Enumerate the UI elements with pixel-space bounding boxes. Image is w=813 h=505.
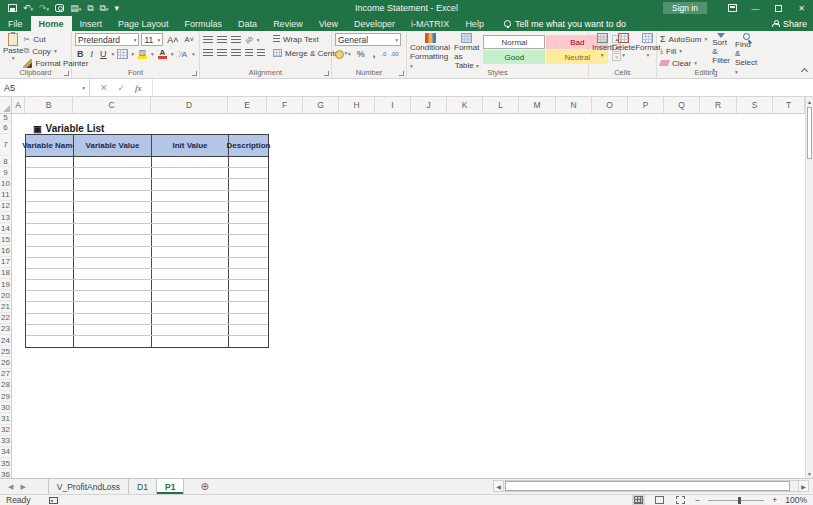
sheet-grid[interactable]: 5678910111213141516171819202122232425262… — [0, 114, 805, 478]
name-box[interactable]: A5▾ — [0, 79, 90, 96]
column-header-R[interactable]: R — [700, 97, 737, 113]
font-dialog-launcher-icon[interactable] — [192, 71, 197, 76]
ribbon-tab-review[interactable]: Review — [265, 16, 311, 31]
sheet-nav-right-icon[interactable]: ▶ — [20, 483, 25, 491]
row-header-36[interactable]: 36 — [0, 469, 11, 478]
ribbon-tab-formulas[interactable]: Formulas — [177, 16, 231, 31]
normal-view-icon[interactable] — [632, 495, 645, 505]
redo-icon[interactable]: ↷▾ — [39, 0, 49, 17]
insert-function-icon[interactable]: fx — [135, 83, 142, 93]
row-header-14[interactable]: 14 — [0, 223, 11, 234]
row-header-16[interactable]: 16 — [0, 246, 11, 257]
table-cell[interactable] — [152, 213, 229, 223]
table-cell[interactable] — [152, 269, 229, 279]
format-as-table-button[interactable]: Format as Table ▾ — [454, 33, 479, 71]
sheet-nav-left-icon[interactable]: ◀ — [8, 483, 13, 491]
column-header-Q[interactable]: Q — [664, 97, 700, 113]
table-cell[interactable] — [26, 191, 74, 201]
percent-style-icon[interactable]: % — [355, 49, 367, 59]
row-header-32[interactable]: 32 — [0, 425, 11, 436]
table-cell[interactable] — [229, 302, 268, 312]
ribbon-tab-help[interactable]: Help — [457, 16, 492, 31]
table-cell[interactable] — [152, 202, 229, 212]
row-header-33[interactable]: 33 — [0, 436, 11, 447]
italic-button[interactable]: I — [89, 49, 96, 59]
align-left-icon[interactable] — [203, 49, 213, 57]
table-cell[interactable] — [152, 336, 229, 347]
increase-decimal-icon[interactable]: .0 — [381, 51, 386, 57]
number-format-select[interactable]: General▾ — [335, 33, 401, 46]
table-cell[interactable] — [229, 235, 268, 245]
table-cell[interactable] — [229, 191, 268, 201]
table-cell[interactable] — [74, 291, 152, 301]
column-header-B[interactable]: B — [25, 97, 73, 113]
row-header-29[interactable]: 29 — [0, 391, 11, 402]
table-cell[interactable] — [26, 314, 74, 324]
column-header-I[interactable]: I — [375, 97, 411, 113]
row-header-27[interactable]: 27 — [0, 369, 11, 380]
table-cell[interactable] — [26, 157, 74, 167]
delete-cells-button[interactable]: Delete▾ — [612, 33, 635, 58]
column-header-D[interactable]: D — [151, 97, 228, 113]
tell-me-box[interactable]: Tell me what you want to do — [496, 16, 634, 31]
style-good[interactable]: Good — [483, 50, 545, 64]
table-cell[interactable] — [74, 213, 152, 223]
row-header-6[interactable]: 6 — [0, 122, 11, 134]
column-header-O[interactable]: O — [592, 97, 628, 113]
column-header-C[interactable]: C — [73, 97, 151, 113]
select-all-button[interactable] — [0, 97, 12, 113]
page-layout-view-icon[interactable] — [653, 495, 666, 505]
row-header-28[interactable]: 28 — [0, 380, 11, 391]
table-cell[interactable] — [152, 325, 229, 335]
ribbon-tab-home[interactable]: Home — [31, 16, 72, 31]
comma-style-icon[interactable]: , — [371, 49, 378, 59]
table-cell[interactable] — [26, 258, 74, 268]
decrease-decimal-icon[interactable]: .00 — [390, 51, 398, 57]
cancel-entry-icon[interactable]: ✕ — [100, 83, 108, 93]
table-cell[interactable] — [152, 179, 229, 189]
table-cell[interactable] — [74, 191, 152, 201]
sheet-tab-d1[interactable]: D1 — [129, 479, 157, 494]
top-align-icon[interactable] — [203, 36, 213, 44]
ribbon-tab-file[interactable]: File — [0, 16, 31, 31]
row-header-26[interactable]: 26 — [0, 357, 11, 368]
save-icon[interactable] — [8, 4, 17, 12]
orientation-icon[interactable]: ab — [244, 34, 254, 44]
row-header-15[interactable]: 15 — [0, 234, 11, 245]
table-cell[interactable] — [229, 157, 268, 167]
ribbon-tab-i-matrix[interactable]: i-MATRIX — [403, 16, 457, 31]
table-cell[interactable] — [229, 168, 268, 178]
column-header-M[interactable]: M — [519, 97, 556, 113]
table-cell[interactable] — [152, 314, 229, 324]
number-dialog-launcher-icon[interactable] — [399, 71, 404, 76]
table-cell[interactable] — [26, 336, 74, 347]
column-header-H[interactable]: H — [339, 97, 375, 113]
row-header-12[interactable]: 12 — [0, 201, 11, 212]
table-header-variable-value[interactable]: Variable Value — [74, 135, 152, 157]
row-header-11[interactable]: 11 — [0, 190, 11, 201]
maximize-icon[interactable] — [767, 0, 790, 16]
record-macro-icon[interactable] — [49, 497, 58, 504]
page-break-view-icon[interactable] — [674, 495, 687, 505]
font-name-select[interactable]: Pretendard▾ — [75, 33, 139, 46]
ribbon-tab-developer[interactable]: Developer — [346, 16, 403, 31]
table-cell[interactable] — [152, 280, 229, 290]
row-header-23[interactable]: 23 — [0, 324, 11, 335]
center-icon[interactable] — [217, 49, 227, 57]
table-cell[interactable] — [152, 191, 229, 201]
copy-picture-icon[interactable]: ⧉ — [87, 0, 93, 16]
table-cell[interactable] — [26, 168, 74, 178]
sheet-tab-v-profitandloss[interactable]: V_ProfitAndLoss — [49, 479, 129, 494]
table-cell[interactable] — [152, 302, 229, 312]
fill-button[interactable]: ⤓Fill▾ — [660, 45, 707, 57]
sign-in-button[interactable]: Sign in — [663, 2, 707, 14]
column-header-L[interactable]: L — [483, 97, 519, 113]
row-header-13[interactable]: 13 — [0, 212, 11, 223]
minimize-icon[interactable]: — — [744, 0, 767, 16]
column-header-J[interactable]: J — [411, 97, 447, 113]
row-header-21[interactable]: 21 — [0, 301, 11, 312]
autosum-button[interactable]: ΣAutoSum▾ — [660, 33, 707, 45]
horizontal-scrollbar[interactable]: ◀ ▶ — [493, 479, 809, 493]
vertical-scrollbar[interactable]: ▲ ▼ — [805, 97, 813, 478]
table-cell[interactable] — [26, 291, 74, 301]
